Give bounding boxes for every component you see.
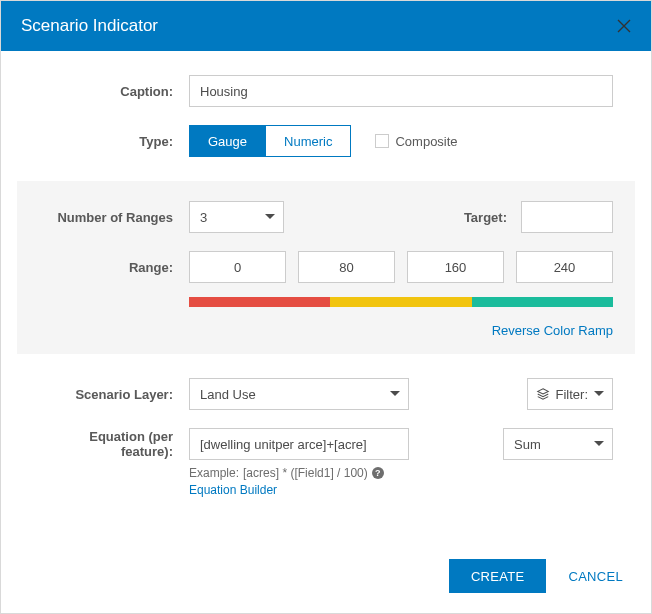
color-ramp <box>189 297 613 307</box>
ranges-top-row: Number of Ranges 3 Target: <box>39 201 613 233</box>
caption-label: Caption: <box>39 84 189 99</box>
equation-builder-link[interactable]: Equation Builder <box>189 483 277 497</box>
dialog-title: Scenario Indicator <box>21 16 158 36</box>
aggregate-select[interactable]: Sum <box>503 428 613 460</box>
caption-row: Caption: <box>39 75 613 107</box>
help-icon[interactable]: ? <box>372 467 384 479</box>
layers-icon <box>536 387 550 401</box>
range-input-1[interactable] <box>298 251 395 283</box>
target-input[interactable] <box>521 201 613 233</box>
caret-down-icon <box>265 214 275 220</box>
range-count-select[interactable]: 3 <box>189 201 284 233</box>
scenario-layer-label: Scenario Layer: <box>39 387 189 402</box>
cancel-button[interactable]: CANCEL <box>568 569 623 584</box>
caption-input[interactable] <box>189 75 613 107</box>
type-row: Type: Gauge Numeric Composite <box>39 125 613 157</box>
caret-down-icon <box>390 391 400 397</box>
type-gauge-button[interactable]: Gauge <box>189 125 266 157</box>
scenario-layer-row: Scenario Layer: Land Use Filter: <box>39 378 613 410</box>
scenario-layer-value: Land Use <box>200 387 256 402</box>
equation-example: Example: [acres] * ([Field1] / 100) ? <box>189 466 613 480</box>
type-label: Type: <box>39 134 189 149</box>
filter-button[interactable]: Filter: <box>527 378 614 410</box>
reverse-color-ramp-link[interactable]: Reverse Color Ramp <box>492 323 613 338</box>
target-label: Target: <box>464 210 521 225</box>
composite-label: Composite <box>395 134 457 149</box>
checkbox-box-icon <box>375 134 389 148</box>
range-count-value: 3 <box>200 210 207 225</box>
dialog-body: Caption: Type: Gauge Numeric Composite N… <box>1 51 651 541</box>
dialog-footer: CREATE CANCEL <box>1 541 651 613</box>
range-inputs <box>189 251 613 283</box>
ranges-panel: Number of Ranges 3 Target: Range: <box>17 181 635 354</box>
filter-label: Filter: <box>556 387 589 402</box>
scenario-layer-select[interactable]: Land Use <box>189 378 409 410</box>
range-input-3[interactable] <box>516 251 613 283</box>
range-input-2[interactable] <box>407 251 504 283</box>
range-label: Range: <box>39 260 189 275</box>
example-prefix: Example: <box>189 466 239 480</box>
ramp-segment-0 <box>189 297 330 307</box>
equation-builder-row: Equation Builder <box>189 482 613 497</box>
example-text: [acres] * ([Field1] / 100) <box>243 466 368 480</box>
type-toggle-group: Gauge Numeric <box>189 125 351 157</box>
aggregate-value: Sum <box>514 437 541 452</box>
type-numeric-button[interactable]: Numeric <box>266 125 351 157</box>
equation-label: Equation (per feature): <box>39 429 189 459</box>
caret-down-icon <box>594 391 604 397</box>
create-button[interactable]: CREATE <box>449 559 547 593</box>
range-input-0[interactable] <box>189 251 286 283</box>
reverse-ramp-row: Reverse Color Ramp <box>39 323 613 338</box>
number-of-ranges-label: Number of Ranges <box>39 210 189 225</box>
dialog-header: Scenario Indicator <box>1 1 651 51</box>
caret-down-icon <box>594 441 604 447</box>
close-icon[interactable] <box>617 19 631 33</box>
equation-row: Equation (per feature): Sum <box>39 428 613 460</box>
ramp-segment-2 <box>472 297 613 307</box>
range-values-row: Range: <box>39 251 613 283</box>
ramp-segment-1 <box>330 297 471 307</box>
composite-checkbox[interactable]: Composite <box>375 134 457 149</box>
equation-input[interactable] <box>189 428 409 460</box>
